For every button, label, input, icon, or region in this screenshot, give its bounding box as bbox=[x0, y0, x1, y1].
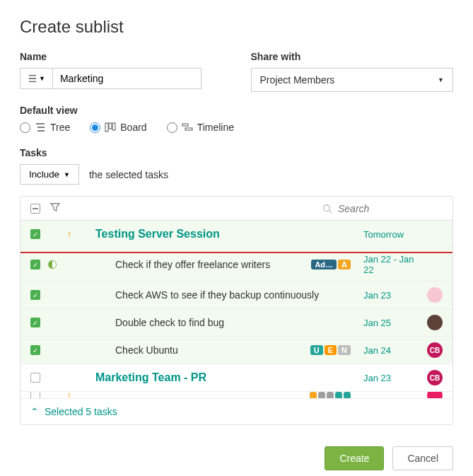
tag-pill: A bbox=[338, 260, 351, 269]
task-checkbox[interactable]: ✓ bbox=[30, 290, 40, 300]
task-title: Check Ubuntu bbox=[81, 344, 303, 356]
list-icon-button[interactable]: ▼ bbox=[20, 68, 53, 89]
task-row[interactable]: ✓Check AWS to see if they backup continu… bbox=[21, 281, 452, 309]
task-title: Check if they offer freelance writers bbox=[81, 259, 304, 270]
tag-dot bbox=[318, 392, 325, 399]
filter-icon[interactable] bbox=[50, 202, 60, 214]
share-select[interactable]: Project Members ▼ bbox=[251, 68, 454, 92]
task-indicator bbox=[47, 260, 57, 269]
task-tags bbox=[310, 392, 351, 399]
priority-indicator: ↑ bbox=[64, 392, 74, 399]
assignee-avatar[interactable]: CB bbox=[427, 342, 443, 358]
task-row[interactable]: ✓Check UbuntuUENJan 24CB bbox=[21, 337, 452, 364]
selected-count: Selected 5 tasks bbox=[45, 406, 117, 417]
svg-rect-4 bbox=[185, 128, 192, 130]
svg-rect-3 bbox=[182, 124, 188, 126]
dialog-title: Create sublist bbox=[20, 17, 453, 37]
task-indicator bbox=[47, 392, 57, 399]
radio-input[interactable] bbox=[20, 122, 30, 133]
view-radios: Tree Board Timeline bbox=[20, 122, 453, 133]
tag-pill: N bbox=[338, 345, 351, 355]
task-date: Jan 22 - Jan 22 bbox=[363, 254, 420, 275]
task-row[interactable]: ✓Check if they offer freelance writersAd… bbox=[21, 248, 452, 281]
select-all-checkbox[interactable] bbox=[30, 204, 40, 214]
search-input[interactable] bbox=[338, 203, 437, 214]
svg-line-6 bbox=[329, 210, 332, 213]
priority-indicator bbox=[64, 260, 74, 269]
tag-dot bbox=[310, 392, 317, 399]
task-checkbox[interactable]: ✓ bbox=[30, 345, 40, 355]
assignee-avatar[interactable] bbox=[427, 287, 443, 303]
view-label: Default view bbox=[20, 105, 453, 116]
svg-rect-2 bbox=[112, 123, 115, 130]
assignee-avatar[interactable]: CB bbox=[427, 370, 443, 385]
tag-dot bbox=[344, 392, 351, 399]
create-sublist-dialog: Create sublist Name ▼ Share with Project… bbox=[0, 0, 473, 476]
tag-pill: Ad… bbox=[311, 260, 337, 269]
task-date: Tomorrow bbox=[363, 229, 420, 240]
task-indicator bbox=[47, 373, 57, 383]
assignee-avatar[interactable] bbox=[427, 392, 443, 399]
priority-indicator bbox=[64, 290, 74, 300]
task-tags: UEN bbox=[310, 345, 351, 355]
tag-pill: E bbox=[325, 345, 337, 355]
name-input-group: ▼ bbox=[20, 68, 223, 89]
task-row[interactable]: ✓Double check to find bugJan 25 bbox=[21, 309, 452, 337]
task-date: Jan 24 bbox=[363, 345, 420, 356]
radio-label: Timeline bbox=[197, 122, 234, 133]
task-rows[interactable]: ✓↑Testing Server SessionTomorrow✓Check i… bbox=[21, 221, 452, 399]
radio-input[interactable] bbox=[90, 122, 100, 133]
task-checkbox[interactable]: ✓ bbox=[30, 318, 40, 327]
share-col: Share with Project Members ▼ bbox=[251, 51, 454, 92]
tasks-section: Tasks Include ▼ the selected tasks bbox=[20, 147, 453, 425]
tasks-label: Tasks bbox=[20, 147, 453, 158]
svg-point-5 bbox=[324, 204, 330, 211]
task-checkbox[interactable] bbox=[30, 392, 40, 399]
include-dropdown[interactable]: Include ▼ bbox=[20, 164, 79, 185]
task-checkbox[interactable]: ✓ bbox=[30, 229, 40, 239]
radio-input[interactable] bbox=[167, 122, 177, 133]
chevron-up-icon: ⌃ bbox=[30, 406, 39, 417]
dialog-actions: Create Cancel bbox=[20, 446, 453, 470]
tag-dot bbox=[327, 392, 334, 399]
tag-pill: U bbox=[310, 345, 323, 355]
task-checkbox[interactable]: ✓ bbox=[30, 260, 40, 269]
assignee-avatar[interactable] bbox=[427, 315, 443, 330]
radio-label: Tree bbox=[50, 122, 70, 133]
task-indicator bbox=[47, 290, 57, 300]
radio-label: Board bbox=[120, 122, 146, 133]
task-group-title: Testing Server Session bbox=[81, 228, 344, 240]
caret-down-icon: ▼ bbox=[438, 76, 444, 83]
view-radio-board[interactable]: Board bbox=[90, 122, 146, 133]
search-area bbox=[60, 203, 437, 214]
view-radio-tree[interactable]: Tree bbox=[20, 122, 70, 133]
task-indicator bbox=[47, 318, 57, 327]
include-help: the selected tasks bbox=[89, 169, 168, 180]
timeline-icon bbox=[182, 122, 193, 133]
priority-indicator bbox=[64, 318, 74, 327]
task-indicator bbox=[47, 229, 57, 239]
task-title: Check AWS to see if they backup continuo… bbox=[81, 289, 344, 301]
task-row[interactable]: Marketing Team - PRJan 23CB bbox=[21, 364, 452, 392]
caret-down-icon: ▼ bbox=[64, 171, 70, 178]
task-date: Jan 23 bbox=[363, 373, 420, 383]
selected-footer[interactable]: ⌃ Selected 5 tasks bbox=[21, 399, 452, 424]
include-row: Include ▼ the selected tasks bbox=[20, 164, 453, 185]
task-date: Jan 23 bbox=[363, 290, 420, 301]
name-input[interactable] bbox=[53, 68, 202, 89]
task-checkbox[interactable] bbox=[30, 373, 40, 383]
tag-dot bbox=[335, 392, 342, 399]
create-button[interactable]: Create bbox=[325, 446, 384, 470]
task-title: Double check to find bug bbox=[81, 317, 344, 328]
task-row[interactable]: ↑ bbox=[21, 392, 452, 399]
arrow-up-icon: ↑ bbox=[67, 392, 72, 399]
task-date: Jan 25 bbox=[363, 318, 420, 328]
task-row[interactable]: ✓↑Testing Server SessionTomorrow bbox=[21, 221, 452, 248]
arrow-up-icon: ↑ bbox=[67, 228, 72, 240]
tree-icon bbox=[35, 122, 46, 133]
table-header bbox=[21, 197, 452, 221]
cancel-button[interactable]: Cancel bbox=[392, 446, 453, 470]
view-radio-timeline[interactable]: Timeline bbox=[167, 122, 234, 133]
task-tags: Ad…A bbox=[311, 260, 351, 269]
include-label: Include bbox=[29, 169, 59, 180]
